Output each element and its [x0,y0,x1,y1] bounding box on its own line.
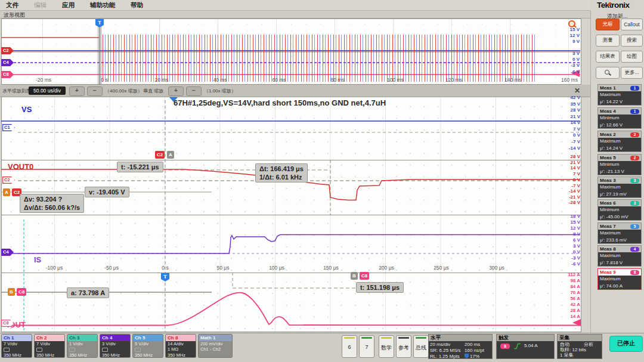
h-zoom-plus-button[interactable]: + [69,86,85,96]
channel-badge[interactable]: Ch 5 5 V/div 350 MHz [132,334,163,358]
button-label: 6 [342,344,357,350]
acquisition-settings-box[interactable]: 采集 自动 分析 取样: 12 bits 1 采集 [557,334,602,359]
trigger-settings-box[interactable]: 触发 8 5.04 A [496,334,555,359]
sidebar-button-label: Callout [624,21,639,27]
channel-line2 [69,346,97,352]
measurement-source-pill: 2 [630,132,639,137]
sidebar-button[interactable]: 测量 [596,35,620,47]
channel-badge[interactable]: Ch 3 1 V/div 350 MHz [67,334,98,358]
channel-badge-header: Ch 1 [2,335,32,341]
h-position: 17% [465,354,484,360]
menu-item[interactable]: 帮助 [131,1,143,10]
measurement-name: Meas 3 [600,178,616,183]
channel-number-button[interactable]: 6 [342,335,357,358]
cursor-b-time-readout[interactable]: t: 151.198 μs [356,282,404,293]
sidebar-button[interactable]: 更多... [621,67,643,79]
measurement-value: μ': 74.00 A [598,283,641,290]
measurement-badge[interactable]: Meas 3 3 Maximum μ': 27.19 mV [597,177,642,198]
user-annotation[interactable]: 67H#1,25deg,VS=14V,hard short 150ms,no G… [170,98,389,108]
time-tick-label: 150 μs [321,265,341,271]
channel-badge[interactable]: Math 1 200 mV/div Ch1 - Ch2 [198,334,233,358]
ch2-cursor-badge[interactable]: C2 [155,151,165,159]
measurement-source-pill: 4 [630,247,639,252]
run-stop-button[interactable]: 已停止 [609,336,643,352]
h-zoom-minus-button[interactable]: − [87,86,103,96]
cursor-v-readout[interactable]: v: -19.405 V [85,187,129,197]
axis-tick-label: 84 A [560,284,580,289]
measurement-name: Meas 2 [600,132,616,137]
axis-tick-label: 9 V [560,231,580,237]
ch2-label: VOUT0 [8,162,33,171]
measurement-badge[interactable]: Meas 9 8 Maximum μ': 74.00 A [597,268,642,290]
measurement-badge[interactable]: Meas 2 2 Maximum μ': 14.24 V [597,131,642,152]
sidebar-button[interactable]: 光标 [596,18,620,30]
group-button[interactable]: 数学 [379,335,394,358]
channel-badge[interactable]: Ch 1 7 V/div 350 MHz [1,334,32,358]
measurement-badge[interactable]: Meas 1 1 Maximum μ': 14.22 V [597,84,642,106]
measurement-badge[interactable]: Meas 6 3 Minimum μ': -45.00 mV [597,199,642,221]
measurement-header: Meas 1 1 [598,85,641,91]
menu-item[interactable]: 文件 [6,1,18,10]
sidebar-button[interactable]: Callout [621,18,643,30]
sidebar-button[interactable] [596,67,620,79]
cursor-amp-readout[interactable]: a: 73.798 A [67,287,109,298]
measurement-value: μ': 233.6 mV [598,237,641,244]
cursor-b-badge[interactable]: B [8,288,15,296]
measurement-badge[interactable]: Meas 7 5 Maximum μ': 233.6 mV [597,222,642,244]
axis-tick-label: 14 V [560,120,580,125]
cursor-a-time-readout[interactable]: t: -15.221 μs [117,162,163,172]
channel-bandwidth: 350 MHz [4,352,32,358]
time-tick-label: 100 μs [267,265,287,271]
cursor-b-ch8-badge[interactable]: C8 [17,288,26,296]
sidebar-button[interactable]: 搜索 [621,35,643,47]
h-zoom-scale-value[interactable]: 50.00 us/div [29,86,66,95]
channel-line2: Ch1 - Ch2 [200,346,232,352]
axis-tick-label: 42 A [560,302,580,307]
channel-badge-body: 7 V/div 350 MHz [2,341,32,358]
channel-scale: 5 V/div [135,341,163,346]
measurement-badge[interactable]: Meas 4 1 Minimum μ': 12.66 V [597,107,642,129]
sidebar-button[interactable]: 结果表 [596,51,620,63]
axis-tick-label: 56 A [560,296,580,301]
v-zoom-minus-button[interactable]: − [186,86,202,96]
cursor-a-badge[interactable]: A [3,188,10,196]
channel-badge[interactable]: Ch 2 7 V/div 350 MHz [34,334,65,358]
group-button[interactable]: 总线 [413,335,429,358]
delta-t-readout[interactable]: Δt: 166.419 μs 1/Δt: 6.01 kHz [255,163,308,182]
axis-tick-label: 35 V [560,101,580,107]
cursor-b-gray-badge[interactable]: B [351,272,358,280]
measurement-badge[interactable]: Meas 8 4 Maximum μ': 7.818 V [597,245,642,267]
cursor-a-gray-badge[interactable]: A [167,151,174,159]
measurement-header: Meas 3 3 [598,177,641,184]
time-tick-label: 20 ms [151,77,172,83]
menu-item[interactable]: 编辑 [34,1,47,10]
channel-scale: 7 V/div [36,341,64,346]
measurement-name: Meas 9 [600,270,616,275]
v-zoom-plus-button[interactable]: + [168,86,184,96]
measurement-stat: Maximum [598,138,641,145]
menu-item[interactable]: 辅助功能 [90,1,115,10]
switching-burst-region [103,35,535,82]
probe-icon [69,348,75,352]
channel-number-button[interactable]: 7 [359,335,374,358]
axis-tick-label: -7 V [560,183,580,188]
measurement-name: Meas 5 [600,155,616,160]
channel-badge[interactable]: Ch 4 3 V/div 350 MHz [100,334,131,358]
time-tick-label: 200 μs [376,265,397,271]
sidebar-button[interactable]: 绘图 [621,51,643,63]
h-window: 200 ms [465,342,484,348]
measurement-badge[interactable]: Meas 5 2 Minimum μ': -21.13 V [597,154,642,175]
delta-v-readout[interactable]: Δv: 93.204 ? Δv/Δt: 560.06 k?/s [20,194,84,213]
axis-tick-label: -14 V [560,188,580,194]
cursor-b-ch8-badge-right[interactable]: C8 [360,272,369,280]
horizontal-settings-box[interactable]: 水平 20 ms/div SR: 6.25 MS/s RL: 1.25 Mpts… [428,334,493,359]
h-sample-rate: SR: 6.25 MS/s [430,348,461,354]
zoom-area-icon [604,69,611,76]
close-icon[interactable]: ✕ [572,86,582,95]
measurement-source-pill: 1 [630,109,639,114]
button-label: 总线 [414,344,428,352]
group-button[interactable]: 参考 [396,335,411,358]
menu-item[interactable]: 应用 [62,1,75,10]
channel-badge[interactable]: Ch 8 14 A/div 1 MΩ 350 MHz [165,334,196,358]
measurement-header: Meas 8 4 [598,246,641,252]
